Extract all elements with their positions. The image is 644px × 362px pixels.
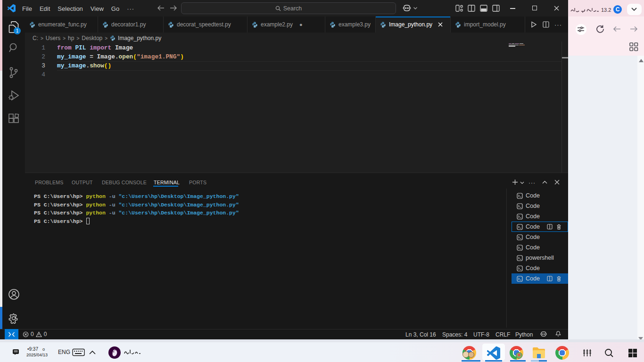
svg-text:2025/04/13: 2025/04/13	[26, 353, 48, 357]
svg-text:•9:37: •9:37	[27, 346, 38, 352]
svg-text:13.2: 13.2	[601, 7, 611, 13]
svg-text:o: o	[42, 347, 45, 352]
